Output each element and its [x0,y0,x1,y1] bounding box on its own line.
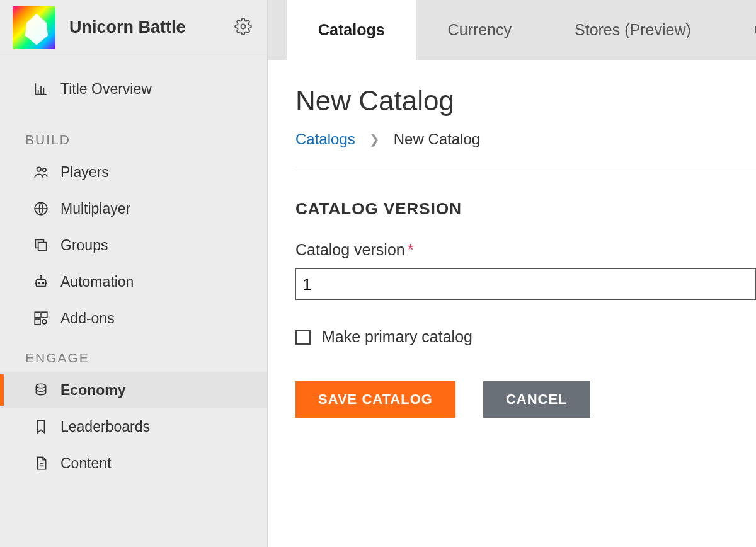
tab-truncated[interactable]: Cata [723,0,756,60]
app-title: Unicorn Battle [69,18,232,37]
content: New Catalog Catalogs ❯ New Catalog CATAL… [268,60,756,547]
sidebar-item-label: Add-ons [60,310,115,327]
tab-label: Stores (Preview) [575,21,691,39]
tab-label: Currency [448,21,512,39]
make-primary-checkbox[interactable]: Make primary catalog [295,328,756,346]
sidebar-item-automation[interactable]: Automation [0,263,267,300]
users-icon [33,164,60,180]
tab-currency[interactable]: Currency [416,0,543,60]
breadcrumb-root-link[interactable]: Catalogs [295,130,355,148]
tab-label: Catalogs [318,21,385,39]
button-row: SAVE CATALOG CANCEL [295,381,756,418]
copy-icon [33,237,60,253]
cancel-button[interactable]: CANCEL [483,381,590,418]
robot-icon [33,274,60,290]
svg-point-13 [36,384,45,388]
sidebar-item-label: Automation [60,274,134,291]
sidebar-item-title-overview[interactable]: Title Overview [0,71,267,107]
sidebar: Unicorn Battle Title Overview BUILD Play… [0,0,268,547]
grid-gear-icon [33,310,60,326]
chevron-right-icon: ❯ [369,132,380,147]
sidebar-item-economy[interactable]: Economy [0,372,267,408]
breadcrumb: Catalogs ❯ New Catalog [295,130,756,171]
sidebar-item-content[interactable]: Content [0,445,267,481]
sidebar-item-label: Multiplayer [60,200,130,217]
sidebar-item-groups[interactable]: Groups [0,227,267,263]
document-icon [33,455,60,471]
tab-catalogs[interactable]: Catalogs [287,0,416,60]
main: Catalogs Currency Stores (Preview) Cata … [268,0,756,547]
required-asterisk: * [408,240,414,259]
svg-rect-4 [38,243,47,251]
svg-point-1 [37,167,42,171]
tabbar: Catalogs Currency Stores (Preview) Cata [268,0,756,60]
sidebar-item-label: Players [60,164,109,181]
svg-point-12 [42,320,47,324]
svg-point-7 [42,282,44,284]
sidebar-item-leaderboards[interactable]: Leaderboards [0,408,267,445]
sidebar-section-build: BUILD [0,132,267,147]
coins-icon [33,382,60,398]
catalog-version-input[interactable] [295,268,756,300]
checkbox-icon [295,330,311,345]
page-title: New Catalog [295,85,756,117]
save-catalog-button[interactable]: SAVE CATALOG [295,381,455,418]
app-logo [13,6,55,49]
sidebar-item-multiplayer[interactable]: Multiplayer [0,190,267,227]
app-header: Unicorn Battle [0,0,267,55]
svg-rect-9 [35,312,40,318]
svg-point-6 [38,282,40,284]
gear-icon [234,18,252,38]
svg-point-2 [43,168,46,171]
sidebar-item-label: Economy [60,382,126,399]
breadcrumb-current: New Catalog [394,130,480,148]
tab-stores-preview[interactable]: Stores (Preview) [543,0,723,60]
bookmark-icon [33,418,60,435]
sidebar-section-engage: ENGAGE [0,350,267,366]
svg-rect-11 [35,319,40,325]
sidebar-item-addons[interactable]: Add-ons [0,300,267,337]
svg-point-8 [40,275,42,277]
svg-point-0 [241,24,246,28]
sidebar-item-label: Leaderboards [60,418,150,435]
form-section: CATALOG VERSION Catalog version* Make pr… [295,171,756,418]
sidebar-item-label: Groups [60,237,108,254]
settings-button[interactable] [232,16,255,39]
globe-icon [33,200,60,217]
bar-chart-icon [33,81,60,97]
sidebar-item-label: Content [60,455,112,472]
form-section-header: CATALOG VERSION [295,199,756,219]
sidebar-item-label: Title Overview [60,81,152,98]
catalog-version-label: Catalog version* [295,240,756,260]
svg-rect-10 [42,312,47,318]
sidebar-item-players[interactable]: Players [0,154,267,190]
checkbox-label: Make primary catalog [322,328,472,346]
